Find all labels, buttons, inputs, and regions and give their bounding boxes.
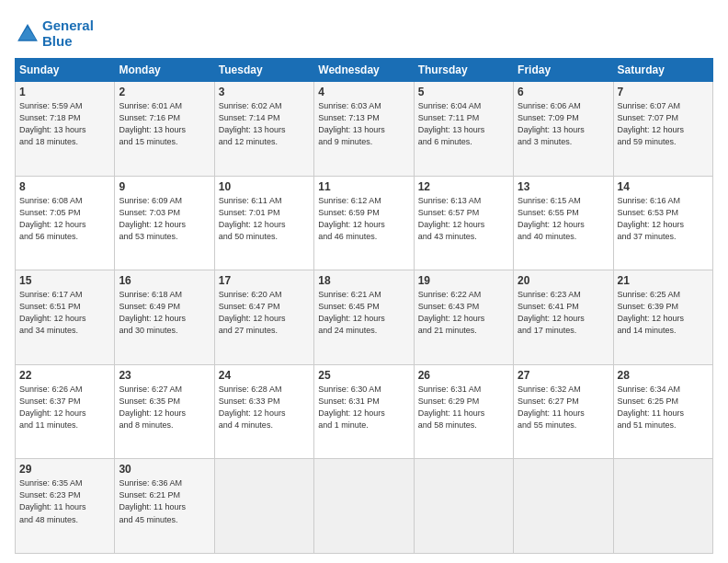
day-number: 16 [119, 274, 210, 287]
weekday-tuesday: Tuesday [214, 59, 313, 82]
day-number: 25 [318, 369, 409, 382]
calendar-cell: 6Sunrise: 6:06 AM Sunset: 7:09 PM Daylig… [514, 82, 613, 177]
day-info: Sunrise: 6:26 AM Sunset: 6:37 PM Dayligh… [19, 384, 110, 431]
calendar-cell: 9Sunrise: 6:09 AM Sunset: 7:03 PM Daylig… [115, 176, 214, 270]
calendar-cell: 20Sunrise: 6:23 AM Sunset: 6:41 PM Dayli… [514, 270, 613, 365]
week-row-5: 29Sunrise: 6:35 AM Sunset: 6:23 PM Dayli… [16, 459, 713, 554]
day-info: Sunrise: 6:16 AM Sunset: 6:53 PM Dayligh… [618, 195, 709, 243]
calendar-cell: 23Sunrise: 6:27 AM Sunset: 6:35 PM Dayli… [115, 364, 214, 459]
day-info: Sunrise: 6:06 AM Sunset: 7:09 PM Dayligh… [518, 100, 609, 148]
day-info: Sunrise: 6:32 AM Sunset: 6:27 PM Dayligh… [518, 384, 609, 431]
day-number: 7 [618, 86, 709, 98]
day-info: Sunrise: 6:18 AM Sunset: 6:49 PM Dayligh… [119, 289, 210, 337]
page: General Blue SundayMondayTuesdayWednesda… [0, 0, 728, 563]
calendar-cell: 14Sunrise: 6:16 AM Sunset: 6:53 PM Dayli… [613, 176, 712, 270]
day-info: Sunrise: 6:25 AM Sunset: 6:39 PM Dayligh… [618, 289, 709, 337]
weekday-header-row: SundayMondayTuesdayWednesdayThursdayFrid… [16, 59, 713, 82]
calendar-cell: 7Sunrise: 6:07 AM Sunset: 7:07 PM Daylig… [613, 82, 712, 177]
day-info: Sunrise: 6:21 AM Sunset: 6:45 PM Dayligh… [318, 289, 409, 337]
day-number: 13 [518, 180, 609, 193]
day-info: Sunrise: 6:36 AM Sunset: 6:21 PM Dayligh… [119, 477, 210, 525]
day-info: Sunrise: 6:01 AM Sunset: 7:16 PM Dayligh… [119, 100, 210, 148]
day-info: Sunrise: 6:15 AM Sunset: 6:55 PM Dayligh… [518, 195, 609, 243]
calendar-cell [314, 459, 414, 554]
day-info: Sunrise: 6:23 AM Sunset: 6:41 PM Dayligh… [518, 289, 609, 337]
day-number: 26 [418, 369, 509, 382]
day-info: Sunrise: 6:11 AM Sunset: 7:01 PM Dayligh… [219, 195, 310, 243]
weekday-friday: Friday [514, 59, 613, 82]
calendar-cell: 12Sunrise: 6:13 AM Sunset: 6:57 PM Dayli… [414, 176, 513, 270]
day-number: 19 [418, 274, 509, 287]
calendar-cell [514, 459, 613, 554]
calendar-cell [414, 459, 513, 554]
calendar-cell: 25Sunrise: 6:30 AM Sunset: 6:31 PM Dayli… [314, 364, 414, 459]
week-row-3: 15Sunrise: 6:17 AM Sunset: 6:51 PM Dayli… [16, 270, 713, 365]
calendar-cell: 5Sunrise: 6:04 AM Sunset: 7:11 PM Daylig… [414, 82, 513, 177]
day-number: 30 [119, 463, 210, 476]
day-info: Sunrise: 6:03 AM Sunset: 7:13 PM Dayligh… [318, 100, 409, 148]
calendar-cell: 16Sunrise: 6:18 AM Sunset: 6:49 PM Dayli… [115, 270, 214, 365]
calendar-cell: 18Sunrise: 6:21 AM Sunset: 6:45 PM Dayli… [314, 270, 414, 365]
calendar-cell: 8Sunrise: 6:08 AM Sunset: 7:05 PM Daylig… [16, 176, 115, 270]
weekday-saturday: Saturday [613, 59, 712, 82]
calendar-cell: 11Sunrise: 6:12 AM Sunset: 6:59 PM Dayli… [314, 176, 414, 270]
day-info: Sunrise: 6:17 AM Sunset: 6:51 PM Dayligh… [19, 289, 110, 337]
day-info: Sunrise: 6:22 AM Sunset: 6:43 PM Dayligh… [418, 289, 509, 337]
day-number: 3 [219, 86, 310, 98]
calendar-cell: 4Sunrise: 6:03 AM Sunset: 7:13 PM Daylig… [314, 82, 414, 177]
calendar-cell: 2Sunrise: 6:01 AM Sunset: 7:16 PM Daylig… [115, 82, 214, 177]
day-number: 28 [618, 369, 709, 382]
weekday-thursday: Thursday [414, 59, 513, 82]
day-info: Sunrise: 6:02 AM Sunset: 7:14 PM Dayligh… [219, 100, 310, 148]
day-number: 12 [418, 180, 509, 193]
logo-text: General Blue [42, 18, 94, 49]
calendar-cell: 19Sunrise: 6:22 AM Sunset: 6:43 PM Dayli… [414, 270, 513, 365]
day-number: 10 [219, 180, 310, 193]
day-number: 23 [119, 369, 210, 382]
day-number: 18 [318, 274, 409, 287]
day-number: 14 [618, 180, 709, 193]
calendar-cell: 21Sunrise: 6:25 AM Sunset: 6:39 PM Dayli… [613, 270, 712, 365]
day-number: 27 [518, 369, 609, 382]
calendar-cell: 22Sunrise: 6:26 AM Sunset: 6:37 PM Dayli… [16, 364, 115, 459]
day-number: 9 [119, 180, 210, 193]
logo-icon [15, 21, 40, 47]
day-number: 21 [618, 274, 709, 287]
day-info: Sunrise: 6:04 AM Sunset: 7:11 PM Dayligh… [418, 100, 509, 148]
day-info: Sunrise: 6:28 AM Sunset: 6:33 PM Dayligh… [219, 384, 310, 431]
day-info: Sunrise: 6:20 AM Sunset: 6:47 PM Dayligh… [219, 289, 310, 337]
calendar-cell: 15Sunrise: 6:17 AM Sunset: 6:51 PM Dayli… [16, 270, 115, 365]
day-info: Sunrise: 6:30 AM Sunset: 6:31 PM Dayligh… [318, 384, 409, 431]
day-number: 17 [219, 274, 310, 287]
calendar-table: SundayMondayTuesdayWednesdayThursdayFrid… [15, 58, 713, 554]
calendar-cell: 27Sunrise: 6:32 AM Sunset: 6:27 PM Dayli… [514, 364, 613, 459]
day-info: Sunrise: 6:08 AM Sunset: 7:05 PM Dayligh… [19, 195, 110, 243]
day-info: Sunrise: 6:13 AM Sunset: 6:57 PM Dayligh… [418, 195, 509, 243]
logo: General Blue [15, 18, 94, 49]
day-info: Sunrise: 6:12 AM Sunset: 6:59 PM Dayligh… [318, 195, 409, 243]
day-number: 22 [19, 369, 110, 382]
weekday-wednesday: Wednesday [314, 59, 414, 82]
day-number: 11 [318, 180, 409, 193]
day-info: Sunrise: 6:07 AM Sunset: 7:07 PM Dayligh… [618, 100, 709, 148]
calendar-cell: 29Sunrise: 6:35 AM Sunset: 6:23 PM Dayli… [16, 459, 115, 554]
day-number: 6 [518, 86, 609, 98]
day-number: 8 [19, 180, 110, 193]
day-info: Sunrise: 5:59 AM Sunset: 7:18 PM Dayligh… [19, 100, 110, 148]
day-number: 5 [418, 86, 509, 98]
day-info: Sunrise: 6:09 AM Sunset: 7:03 PM Dayligh… [119, 195, 210, 243]
calendar-cell: 10Sunrise: 6:11 AM Sunset: 7:01 PM Dayli… [214, 176, 313, 270]
calendar-cell: 30Sunrise: 6:36 AM Sunset: 6:21 PM Dayli… [115, 459, 214, 554]
day-number: 2 [119, 86, 210, 98]
calendar-cell: 26Sunrise: 6:31 AM Sunset: 6:29 PM Dayli… [414, 364, 513, 459]
day-info: Sunrise: 6:34 AM Sunset: 6:25 PM Dayligh… [618, 384, 709, 431]
calendar-cell: 28Sunrise: 6:34 AM Sunset: 6:25 PM Dayli… [613, 364, 712, 459]
week-row-2: 8Sunrise: 6:08 AM Sunset: 7:05 PM Daylig… [16, 176, 713, 270]
day-info: Sunrise: 6:27 AM Sunset: 6:35 PM Dayligh… [119, 384, 210, 431]
day-number: 20 [518, 274, 609, 287]
day-info: Sunrise: 6:31 AM Sunset: 6:29 PM Dayligh… [418, 384, 509, 431]
calendar-cell: 1Sunrise: 5:59 AM Sunset: 7:18 PM Daylig… [16, 82, 115, 177]
day-number: 29 [19, 463, 110, 476]
week-row-4: 22Sunrise: 6:26 AM Sunset: 6:37 PM Dayli… [16, 364, 713, 459]
week-row-1: 1Sunrise: 5:59 AM Sunset: 7:18 PM Daylig… [16, 82, 713, 177]
